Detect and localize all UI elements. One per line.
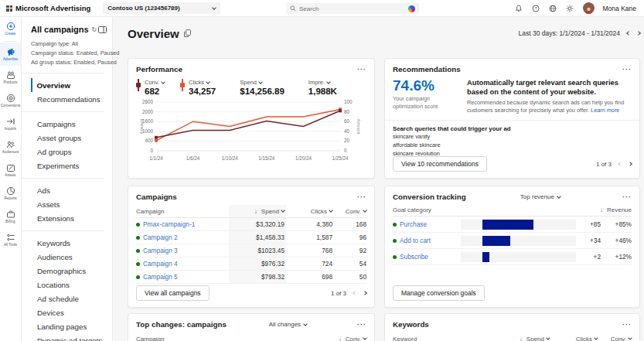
more-icon[interactable]: ···: [622, 195, 632, 199]
col-spend[interactable]: ↓Spend: [494, 332, 551, 341]
chevron-down-icon[interactable]: [258, 80, 263, 84]
rail-item-all-tools[interactable]: All Tools: [0, 228, 21, 251]
sidebar-item-recommendations[interactable]: Recommendations: [31, 92, 112, 106]
sidebar-item-demographics[interactable]: Demographics: [31, 264, 112, 278]
copy-icon[interactable]: [184, 29, 191, 37]
divider: [22, 73, 104, 73]
sidebar-item-overview[interactable]: Overview: [31, 78, 112, 92]
avatar[interactable]: [583, 2, 595, 14]
col-conv[interactable]: Conv.: [332, 208, 366, 215]
user-name[interactable]: Mona Kane: [603, 5, 636, 12]
goal-link[interactable]: Purchase: [400, 220, 427, 228]
copilot-icon[interactable]: [408, 5, 415, 12]
more-icon[interactable]: ···: [622, 67, 632, 72]
sidebar-item-assets[interactable]: Assets: [31, 197, 112, 211]
next-page-icon[interactable]: [628, 162, 632, 166]
date-prev-icon[interactable]: [626, 31, 631, 36]
rail-item-billing[interactable]: Billing: [0, 205, 21, 228]
notifications-bell-icon[interactable]: [515, 4, 523, 12]
sidebar-item-audiences[interactable]: Audiences: [31, 250, 112, 264]
sidebar-item-extensions[interactable]: Extensions: [31, 211, 112, 225]
bar-track: [461, 220, 576, 230]
col-spend[interactable]: ↓Spend: [229, 205, 286, 217]
date-range[interactable]: Last 30 days: 1/1/2024 - 1/31/2024: [519, 29, 620, 37]
help-icon[interactable]: ?: [532, 4, 540, 12]
next-page-icon[interactable]: [363, 291, 367, 295]
metric-spend[interactable]: Spend $14,256.89: [231, 79, 285, 96]
col-conv[interactable]: Conv.: [598, 336, 632, 341]
campaign-link[interactable]: Campaign 4: [143, 260, 178, 268]
sidebar-item-locations[interactable]: Locations: [31, 278, 112, 292]
svg-text:0: 0: [150, 148, 153, 153]
metric-impressions[interactable]: Impre. 1,988K: [300, 79, 337, 96]
col-clicks[interactable]: Clicks: [286, 208, 332, 215]
svg-text:2600: 2600: [142, 99, 154, 104]
table-row: Campaign 2 $1,458.33 1,587 96: [136, 231, 366, 244]
sidebar-item-asset-groups[interactable]: Asset groups: [31, 131, 112, 145]
more-icon[interactable]: ···: [357, 195, 366, 199]
sidebar-item-ads[interactable]: Ads: [31, 183, 112, 197]
search-bar[interactable]: [286, 3, 419, 14]
goal-link[interactable]: Subscribe: [400, 253, 428, 261]
keywords-card: Keywords ··· Keyword ↓Spend Clicks Conv.: [384, 313, 640, 341]
sidebar-filters: Campaign type: All Campaign status: Enab…: [31, 39, 112, 67]
rail-item-audiences[interactable]: Audiences: [0, 135, 21, 159]
chevron-down-icon[interactable]: [326, 80, 331, 84]
sidebar-item-devices[interactable]: Devices: [31, 305, 112, 319]
sidebar-item-ad-groups[interactable]: Ad groups: [31, 145, 112, 159]
sidebar-item-dynamic-ad-targets[interactable]: Dynamic ad targets: [31, 333, 112, 341]
rail-item-conversions[interactable]: Conversions: [0, 89, 21, 112]
account-selector[interactable]: Contoso US (123456789): [103, 2, 220, 14]
sidebar-item-landing-pages[interactable]: Landing pages: [31, 319, 112, 333]
col-clicks[interactable]: Clicks: [551, 336, 598, 341]
col-goal-category[interactable]: Goal category: [393, 206, 431, 213]
rail-item-reports[interactable]: Reports: [0, 182, 21, 205]
collapse-panel-icon[interactable]: [98, 26, 107, 33]
optimization-score-caption: Your campaign optimization score: [393, 95, 459, 111]
chevron-down-icon[interactable]: [161, 80, 165, 84]
view-recommendations-button[interactable]: View 10 recommendations: [393, 156, 487, 172]
col-conv[interactable]: ↓Conv.: [332, 336, 366, 341]
top-revenue-dropdown[interactable]: Top revenue: [520, 193, 561, 200]
settings-gear-icon[interactable]: [566, 4, 574, 12]
all-changes-dropdown[interactable]: All changes: [269, 321, 307, 328]
col-campaign[interactable]: Campaign: [136, 208, 164, 215]
view-all-campaigns-button[interactable]: View all campaigns: [136, 285, 210, 301]
col-keyword[interactable]: Keyword: [393, 336, 417, 341]
campaign-link[interactable]: Campaign 3: [143, 247, 178, 254]
rail-item-advertise[interactable]: Advertise: [0, 43, 21, 66]
sidebar-item-campaigns[interactable]: Campaigns: [31, 117, 112, 131]
status-enabled-icon: [393, 239, 397, 243]
col-revenue[interactable]: ↓ Revenue: [600, 206, 632, 213]
rail-item-products[interactable]: Products: [0, 66, 21, 89]
search-input[interactable]: [299, 5, 405, 12]
goal-link[interactable]: Add to cart: [400, 237, 431, 244]
status-enabled-icon: [136, 262, 140, 266]
manage-conversion-goals-button[interactable]: Manage conversion goals: [393, 285, 485, 301]
rail-item-assets[interactable]: Assets: [0, 159, 21, 182]
col-campaign[interactable]: Campaign: [136, 336, 164, 341]
chevron-down-icon[interactable]: [206, 80, 210, 84]
date-next-icon[interactable]: [636, 31, 641, 36]
more-icon[interactable]: ···: [357, 67, 366, 72]
more-icon[interactable]: ···: [622, 322, 632, 327]
rail-divider: [4, 41, 17, 42]
sync-icon[interactable]: ↻: [92, 26, 97, 33]
metric-clicks[interactable]: Clicks 34,257: [180, 79, 216, 96]
campaign-link[interactable]: Pmax-campaign-1: [143, 220, 195, 228]
sidebar-item-experiments[interactable]: Experiments: [31, 159, 112, 172]
rail-item-create[interactable]: Create: [0, 17, 21, 40]
prev-page-icon[interactable]: [353, 291, 357, 295]
sidebar-item-keywords[interactable]: Keywords: [31, 236, 112, 250]
table-row: Campaign 4 $976.32 724 54: [136, 257, 366, 271]
prev-page-icon[interactable]: [618, 162, 622, 166]
sidebar-item-ad-schedule[interactable]: Ad schedule: [31, 292, 112, 305]
rail-item-imports[interactable]: Imports: [0, 112, 21, 135]
more-icon[interactable]: ···: [357, 322, 366, 327]
metric-conv[interactable]: Conv. 682: [136, 79, 165, 96]
campaign-link[interactable]: Campaign 2: [143, 234, 178, 241]
campaign-link[interactable]: Campaign 5: [143, 273, 178, 281]
globe-icon[interactable]: [549, 4, 557, 12]
learn-more-link[interactable]: Learn more: [591, 107, 619, 114]
svg-text:Amount: Amount: [139, 118, 144, 134]
